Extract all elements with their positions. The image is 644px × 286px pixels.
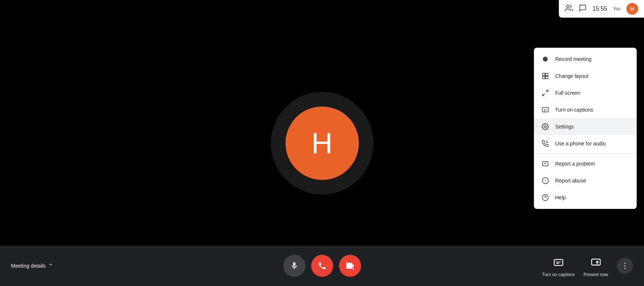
camera-button[interactable] — [339, 255, 361, 277]
present-now-action[interactable]: Present now — [583, 254, 608, 277]
svg-rect-3 — [546, 73, 548, 76]
captions-icon — [541, 106, 549, 114]
menu-item-report-abuse[interactable]: Report abuse — [534, 172, 637, 189]
end-call-button[interactable] — [311, 255, 333, 277]
bottom-bar: Meeting details ⌃ — [0, 246, 644, 286]
help-icon — [541, 193, 549, 202]
svg-line-6 — [546, 90, 548, 93]
menu-item-change-layout[interactable]: Change layout — [534, 68, 637, 84]
menu-label-help: Help — [555, 195, 566, 200]
menu-label-phone-audio: Use a phone for audio — [555, 141, 606, 146]
settings-icon — [541, 123, 549, 131]
menu-item-phone-audio[interactable]: Use a phone for audio — [534, 135, 637, 152]
record-icon — [541, 55, 549, 63]
report-problem-icon — [541, 160, 549, 168]
menu-item-settings[interactable]: Settings — [534, 118, 637, 135]
present-now-label: Present now — [583, 272, 608, 277]
menu-item-report-problem[interactable]: Report a problem — [534, 155, 637, 172]
user-avatar[interactable]: H — [626, 3, 638, 15]
menu-item-full-screen[interactable]: Full screen — [534, 84, 637, 101]
menu-item-turn-on-captions[interactable]: Turn on captions — [534, 101, 637, 118]
svg-point-12 — [545, 126, 546, 128]
captions-action[interactable]: Turn on captions — [542, 254, 575, 277]
more-options-button[interactable] — [617, 258, 633, 274]
meeting-details-label: Meeting details — [11, 263, 46, 269]
menu-label-record-meeting: Record meeting — [555, 56, 592, 62]
avatar-letter: H — [312, 126, 333, 160]
fullscreen-icon — [541, 89, 549, 97]
avatar-inner-circle: H — [285, 106, 359, 180]
menu-divider — [534, 153, 637, 154]
mic-button[interactable] — [283, 255, 305, 277]
svg-point-0 — [566, 5, 569, 7]
svg-point-1 — [543, 57, 547, 61]
present-now-icon — [588, 254, 604, 271]
menu-label-report-abuse: Report abuse — [555, 178, 586, 184]
svg-point-26 — [625, 263, 626, 264]
center-controls — [283, 255, 361, 277]
chevron-up-icon: ⌃ — [48, 263, 53, 269]
context-menu: Record meeting Change layout — [534, 48, 637, 209]
people-icon[interactable] — [565, 4, 573, 14]
menu-label-change-layout: Change layout — [555, 73, 588, 79]
svg-rect-5 — [546, 76, 548, 79]
menu-item-help[interactable]: Help — [534, 189, 637, 206]
participant-avatar-container: H — [271, 92, 374, 195]
captions-bottom-icon — [550, 254, 567, 271]
phone-audio-icon — [541, 140, 549, 148]
svg-rect-4 — [543, 76, 545, 79]
you-label: You — [613, 6, 621, 11]
svg-point-28 — [625, 268, 626, 269]
menu-item-record-meeting[interactable]: Record meeting — [534, 51, 637, 68]
user-info: You — [613, 6, 621, 11]
meeting-details-section[interactable]: Meeting details ⌃ — [11, 263, 84, 269]
menu-label-report-problem: Report a problem — [555, 161, 595, 167]
svg-point-27 — [625, 265, 626, 267]
report-abuse-icon — [541, 177, 549, 185]
bottom-right-actions: Turn on captions Present now — [542, 254, 633, 277]
menu-label-settings: Settings — [555, 124, 574, 130]
svg-line-7 — [543, 94, 545, 96]
avatar-outer-circle: H — [271, 92, 374, 195]
chat-icon[interactable] — [579, 4, 587, 14]
main-video-area: H 15:55 You H — [0, 0, 644, 286]
svg-rect-20 — [554, 260, 563, 265]
menu-label-full-screen: Full screen — [555, 90, 580, 96]
captions-bottom-label: Turn on captions — [542, 272, 575, 277]
layout-icon — [541, 72, 549, 80]
top-bar: 15:55 You H — [559, 0, 644, 18]
svg-rect-2 — [543, 73, 545, 76]
menu-label-turn-on-captions: Turn on captions — [555, 107, 593, 113]
meeting-time: 15:55 — [593, 6, 607, 12]
